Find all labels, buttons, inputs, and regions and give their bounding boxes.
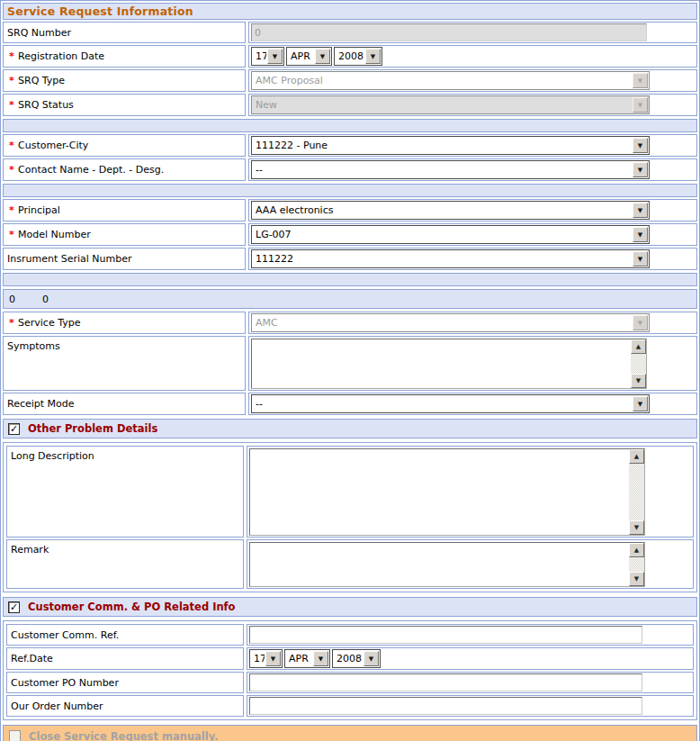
customer-comm-section-header: ✓ Customer Comm. & PO Related Info (3, 597, 697, 617)
customer-city-label: Customer-City (18, 140, 88, 151)
counters-row: 0 0 (3, 289, 697, 309)
row-our-order-number: Our Order Number (6, 695, 694, 717)
ref-date-label-cell: Ref.Date (6, 647, 244, 670)
srq-type-field-cell: AMC Proposal ▼ (248, 69, 697, 92)
customer-po-field-cell (247, 672, 694, 693)
our-order-label-cell: Our Order Number (6, 695, 244, 717)
customer-comm-section-title: Customer Comm. & PO Related Info (28, 601, 236, 613)
form-header: Service Request Information (3, 3, 697, 20)
customer-po-label: Customer PO Number (11, 677, 119, 689)
scroll-down-icon[interactable]: ▼ (629, 572, 644, 586)
model-number-label-cell: * Model Number (3, 223, 246, 246)
srq-type-select: AMC Proposal ▼ (251, 71, 650, 90)
service-type-label: Service Type (18, 317, 80, 329)
row-ref-date: Ref.Date 17 ▼ APR ▼ 2008 ▼ (6, 647, 694, 670)
model-number-select[interactable]: LG-007 ▼ (251, 225, 650, 244)
chevron-down-icon[interactable]: ▼ (633, 162, 648, 177)
srq-number-label-cell: SRQ Number (3, 22, 246, 43)
ref-day-select[interactable]: 17 ▼ (249, 649, 283, 668)
row-symptoms: Symptoms ▲ ▼ (3, 336, 697, 391)
registration-month-select[interactable]: APR ▼ (286, 47, 332, 66)
our-order-input[interactable] (249, 697, 642, 715)
required-marker: * (7, 164, 18, 176)
row-instrument-serial: Insrument Serial Number 111222 ▼ (3, 248, 697, 270)
symptoms-textarea[interactable]: ▲ ▼ (251, 339, 647, 389)
service-type-select: AMC ▼ (251, 313, 650, 332)
row-srq-status: * SRQ Status New ▼ (3, 94, 697, 116)
row-principal: * Principal AAA electronics ▼ (3, 199, 697, 221)
chevron-down-icon[interactable]: ▼ (315, 49, 330, 64)
srq-number-label: SRQ Number (7, 27, 71, 39)
required-marker: * (7, 75, 18, 86)
registration-date-label-cell: * Registration Date (3, 45, 246, 68)
scroll-up-icon[interactable]: ▲ (629, 543, 644, 557)
row-contact-name: * Contact Name - Dept. - Desg. -- ▼ (3, 158, 697, 181)
instrument-serial-select[interactable]: 111222 ▼ (251, 249, 650, 268)
row-registration-date: * Registration Date 17 ▼ APR ▼ 2008 ▼ (3, 45, 697, 68)
chevron-down-icon: ▼ (633, 315, 648, 330)
customer-comm-ref-input[interactable] (249, 626, 642, 644)
principal-select[interactable]: AAA electronics ▼ (251, 201, 650, 220)
srq-type-label: SRQ Type (18, 75, 65, 86)
contact-name-select[interactable]: -- ▼ (251, 160, 650, 179)
chevron-down-icon[interactable]: ▼ (267, 49, 283, 64)
row-customer-po-number: Customer PO Number (6, 672, 694, 693)
customer-po-input[interactable] (249, 673, 642, 691)
textarea-scrollbar[interactable]: ▲ ▼ (629, 543, 644, 586)
scrollbar-track[interactable] (631, 354, 646, 374)
long-description-field-cell: ▲ ▼ (247, 446, 694, 538)
row-srq-number: SRQ Number (3, 22, 697, 43)
customer-comm-ref-label: Customer Comm. Ref. (11, 629, 119, 641)
textarea-scrollbar[interactable]: ▲ ▼ (631, 339, 646, 388)
scroll-up-icon[interactable]: ▲ (629, 449, 644, 464)
row-srq-type: * SRQ Type AMC Proposal ▼ (3, 69, 697, 92)
chevron-down-icon[interactable]: ▼ (363, 651, 379, 666)
registration-date-label: Registration Date (18, 50, 104, 62)
remark-textarea[interactable]: ▲ ▼ (249, 542, 645, 587)
required-marker: * (7, 229, 18, 240)
chevron-down-icon: ▼ (633, 97, 648, 113)
scroll-down-icon[interactable]: ▼ (629, 520, 644, 535)
chevron-down-icon[interactable]: ▼ (633, 138, 648, 153)
registration-day-select[interactable]: 17 ▼ (251, 47, 284, 66)
customer-comm-checkbox[interactable]: ✓ (8, 601, 20, 613)
chevron-down-icon[interactable]: ▼ (365, 49, 381, 64)
ref-date-field-cell: 17 ▼ APR ▼ 2008 ▼ (247, 647, 694, 670)
other-problem-checkbox[interactable]: ✓ (8, 423, 20, 435)
chevron-down-icon[interactable]: ▼ (313, 651, 328, 666)
service-type-field-cell: AMC ▼ (248, 312, 697, 334)
model-number-label: Model Number (18, 229, 91, 240)
chevron-down-icon[interactable]: ▼ (265, 651, 281, 666)
instrument-serial-field-cell: 111222 ▼ (248, 248, 697, 270)
chevron-down-icon[interactable]: ▼ (633, 203, 648, 218)
instrument-serial-label: Insrument Serial Number (7, 253, 132, 265)
chevron-down-icon[interactable]: ▼ (633, 251, 648, 267)
symptoms-field-cell: ▲ ▼ (248, 336, 697, 391)
row-customer-city: * Customer-City 111222 - Pune ▼ (3, 134, 697, 157)
chevron-down-icon[interactable]: ▼ (633, 396, 648, 411)
scroll-up-icon[interactable]: ▲ (631, 339, 646, 354)
close-request-row: Close Service Request manually. (3, 725, 697, 741)
row-receipt-mode: Receipt Mode -- ▼ (3, 393, 697, 415)
receipt-mode-select[interactable]: -- ▼ (251, 394, 650, 413)
ref-year-select[interactable]: 2008 ▼ (332, 649, 381, 668)
receipt-mode-field-cell: -- ▼ (248, 393, 697, 415)
srq-status-label: SRQ Status (18, 99, 74, 111)
chevron-down-icon[interactable]: ▼ (633, 227, 648, 242)
spacer-row (3, 184, 697, 197)
long-description-textarea[interactable]: ▲ ▼ (249, 448, 645, 536)
registration-year-select[interactable]: 2008 ▼ (334, 47, 382, 66)
long-description-label-cell: Long Description (6, 446, 244, 538)
required-marker: * (7, 99, 18, 111)
scrollbar-track[interactable] (629, 557, 644, 572)
scroll-down-icon[interactable]: ▼ (631, 374, 646, 388)
required-marker: * (7, 317, 18, 329)
ref-month-select[interactable]: APR ▼ (284, 649, 330, 668)
customer-comm-ref-field-cell (247, 624, 694, 646)
textarea-scrollbar[interactable]: ▲ ▼ (629, 449, 644, 535)
chevron-down-icon: ▼ (633, 73, 648, 88)
remark-field-cell: ▲ ▼ (247, 539, 694, 589)
customer-comm-section-box: Customer Comm. Ref. Ref.Date 17 ▼ APR ▼ (3, 620, 697, 720)
scrollbar-track[interactable] (629, 464, 644, 520)
customer-city-select[interactable]: 111222 - Pune ▼ (251, 136, 650, 155)
